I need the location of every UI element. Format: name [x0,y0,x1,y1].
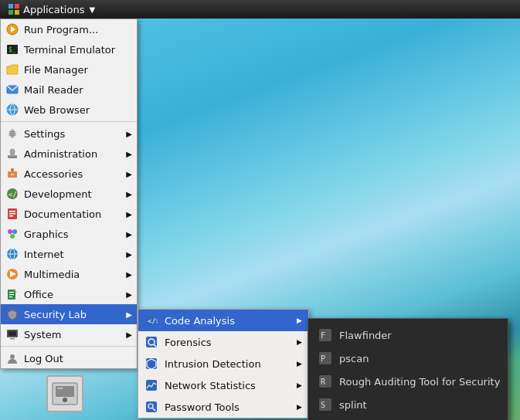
terminal-icon: $_ [5,42,19,56]
applications-menu-button[interactable]: Applications ▼ [3,2,100,17]
administration-label: Administration [24,148,97,160]
forensics-icon [144,335,158,349]
svg-rect-26 [9,211,15,212]
settings-label: Settings [24,128,65,140]
pscan-icon: P [318,351,333,366]
svg-rect-3 [15,10,19,15]
menu-item-internet[interactable]: Internet ▶ [1,244,137,264]
l2-item-network-statistics[interactable]: Network Statistics ▶ [138,374,308,396]
svg-rect-40 [9,296,12,297]
l3-item-rough-auditing[interactable]: R Rough Auditing Tool for Security [308,370,508,393]
password-tools-label: Password Tools [165,401,240,413]
rough-auditing-icon: R [318,374,333,389]
office-label: Office [24,289,53,300]
svg-point-6 [63,398,67,402]
internet-arrow: ▶ [126,250,132,259]
run-program-icon [5,22,19,36]
menu-item-multimedia[interactable]: Multimedia ▶ [1,264,137,284]
multimedia-icon [5,267,19,281]
code-analysis-arrow: ▶ [297,317,302,324]
menu-item-log-out[interactable]: Log Out [1,348,137,368]
intrusion-detection-label: Intrusion Detection [165,358,261,370]
graphics-icon [5,227,19,241]
system-arrow: ▶ [126,330,132,339]
intrusion-detection-icon [144,357,158,371]
applications-label: Applications [23,4,84,15]
office-arrow: ▶ [126,290,132,299]
svg-rect-52 [146,380,157,391]
svg-text:</>: </> [8,191,19,198]
svg-point-21 [11,168,14,171]
menu-item-run-program[interactable]: Run Program... [1,19,137,39]
splint-label: splint [339,399,367,411]
svg-rect-39 [9,294,14,295]
security-lab-arrow: ▶ [126,310,132,319]
svg-rect-44 [10,338,15,340]
multimedia-label: Multimedia [24,269,80,280]
svg-point-31 [10,234,15,239]
taskbar: Applications ▼ [0,0,520,19]
menu-item-graphics[interactable]: Graphics ▶ [1,224,137,244]
file-manager-label: File Manager [24,64,88,76]
menu-item-documentation[interactable]: Documentation ▶ [1,204,137,224]
menu-item-security-lab[interactable]: Security Lab ▶ [1,304,137,324]
password-tools-arrow: ▶ [297,403,302,411]
l2-item-intrusion-detection[interactable]: Intrusion Detection ▶ [138,353,308,374]
disk-icon[interactable] [46,375,83,414]
menu-indicator: ▼ [89,5,95,14]
log-out-icon [5,351,19,365]
menu-item-accessories[interactable]: Accessories ▶ [1,164,137,184]
web-browser-icon [5,103,19,117]
run-program-label: Run Program... [24,24,98,36]
file-manager-icon [5,63,19,76]
pscan-label: pscan [339,353,369,364]
svg-text:F: F [321,331,325,340]
development-icon: </> [5,187,19,201]
security-lab-label: Security Lab [24,309,87,320]
rough-auditing-label: Rough Auditing Tool for Security [339,376,500,388]
documentation-label: Documentation [24,208,101,220]
menu-item-administration[interactable]: Administration ▶ [1,144,137,164]
separator-2 [1,346,137,347]
system-icon [5,327,19,341]
l2-item-code-analysis[interactable]: </> Code Analysis ▶ [138,310,308,331]
svg-point-29 [8,229,12,234]
settings-icon [5,127,19,141]
l3-item-flawfinder[interactable]: F Flawfinder [308,323,508,347]
svg-rect-27 [9,213,15,215]
menu-item-mail-reader[interactable]: Mail Reader [1,80,137,100]
web-browser-label: Web Browser [24,104,90,116]
network-statistics-icon [144,378,158,392]
svg-point-30 [12,229,17,234]
code-analysis-icon: </> [144,313,158,327]
svg-point-45 [10,354,15,359]
forensics-arrow: ▶ [297,338,302,346]
disk-visual [46,375,83,412]
l3-item-splint[interactable]: S splint [308,393,508,416]
svg-text:</>: </> [148,317,158,325]
l3-item-pscan[interactable]: P pscan [308,347,508,370]
accessories-icon [5,167,19,181]
log-out-label: Log Out [24,353,63,364]
separator-1 [1,121,137,122]
menu-item-web-browser[interactable]: Web Browser [1,100,137,120]
menu-item-development[interactable]: </> Development ▶ [1,184,137,204]
svg-rect-43 [8,331,16,336]
applications-menu: Run Program... $_ Terminal Emulator File… [0,19,138,369]
svg-text:R: R [321,378,326,386]
documentation-arrow: ▶ [126,210,132,218]
security-lab-submenu: </> Code Analysis ▶ Forensics ▶ Intrusio… [138,309,309,418]
l2-item-password-tools[interactable]: Password Tools ▶ [138,396,308,418]
menu-item-office[interactable]: Office ▶ [1,284,137,304]
svg-text:P: P [321,354,325,363]
hard-disk-svg [51,380,79,408]
menu-item-settings[interactable]: Settings ▶ [1,124,137,144]
menu-item-file-manager[interactable]: File Manager [1,59,137,80]
l2-item-forensics[interactable]: Forensics ▶ [138,331,308,353]
menu-item-system[interactable]: System ▶ [1,324,137,344]
svg-point-19 [10,149,15,154]
development-arrow: ▶ [126,190,132,198]
administration-arrow: ▶ [126,150,132,158]
code-analysis-label: Code Analysis [165,315,235,327]
menu-item-terminal[interactable]: $_ Terminal Emulator [1,39,137,59]
